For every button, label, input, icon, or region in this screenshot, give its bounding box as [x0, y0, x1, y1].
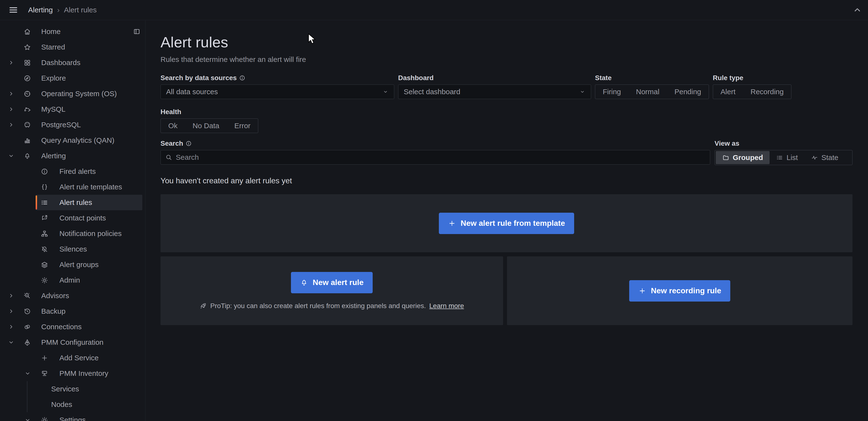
breadcrumb-alerting[interactable]: Alerting	[28, 6, 53, 14]
sidebar-item-alert-rule-templates[interactable]: Alert rule templates	[0, 179, 145, 195]
info-circle-icon[interactable]	[239, 75, 245, 81]
chevron-right-icon[interactable]	[8, 308, 14, 314]
dashboard-select[interactable]: Select dashboard	[398, 84, 591, 99]
sidebar-item-alert-rules[interactable]: Alert rules	[36, 195, 142, 210]
sidebar-item-fired-alerts[interactable]: Fired alerts	[0, 164, 145, 179]
sidebar-item-postgresql[interactable]: PostgreSQL	[0, 117, 145, 133]
list-icon	[776, 154, 783, 161]
plus-icon	[448, 220, 456, 227]
view-as-list[interactable]: List	[770, 151, 804, 164]
view-as-group: Grouped List State	[715, 150, 852, 165]
view-as-label: View as	[715, 139, 852, 148]
chevron-down-icon[interactable]	[8, 339, 14, 345]
protip: ProTip: you can also create alert rules …	[199, 302, 464, 310]
history-icon	[24, 308, 31, 315]
percona-logo-icon	[24, 339, 31, 346]
plus-icon	[639, 287, 646, 295]
view-as-state[interactable]: State	[804, 151, 845, 164]
data-source-select[interactable]: All data sources	[160, 84, 394, 99]
sidebar-item-pmm-configuration[interactable]: PMM Configuration	[0, 335, 145, 350]
postgresql-elephant-icon	[24, 121, 31, 129]
search-input[interactable]	[176, 153, 706, 162]
new-recording-rule-button[interactable]: New recording rule	[629, 280, 731, 302]
sidebar-item-admin[interactable]: Admin	[0, 273, 145, 288]
mysql-dolphin-icon	[24, 106, 31, 113]
health-option-ok[interactable]: Ok	[161, 119, 185, 133]
health-filter-group: Ok No Data Error	[160, 118, 258, 133]
new-alert-rule-from-template-button[interactable]: New alert rule from template	[439, 213, 574, 234]
new-recording-rule-panel: New recording rule	[507, 256, 852, 325]
page-title: Alert rules	[160, 33, 852, 52]
menu-icon[interactable]	[8, 5, 19, 15]
list-icon	[41, 199, 48, 206]
sidebar-item-advisors[interactable]: Advisors	[0, 288, 145, 304]
breadcrumb-alert-rules[interactable]: Alert rules	[64, 6, 97, 14]
gear-icon	[41, 416, 48, 421]
page-subtitle: Rules that determine whether an alert wi…	[160, 55, 852, 64]
sidebar-item-add-service[interactable]: Add Service	[0, 350, 145, 366]
chevron-down-icon[interactable]	[24, 370, 31, 376]
home-icon	[24, 28, 31, 35]
chevron-right-icon[interactable]	[8, 59, 14, 66]
state-option-firing[interactable]: Firing	[595, 85, 628, 99]
sidebar-item-query-analytics[interactable]: Query Analytics (QAN)	[0, 133, 145, 148]
braces-icon	[41, 183, 48, 191]
sitemap-icon	[41, 230, 48, 237]
chevron-down-icon[interactable]	[24, 417, 31, 421]
chevron-right-icon[interactable]	[8, 324, 14, 330]
rule-type-filter-group: Alert Recording	[713, 84, 792, 99]
sidebar-item-mysql[interactable]: MySQL	[0, 102, 145, 117]
comment-share-icon	[41, 215, 48, 222]
sidebar-item-silences[interactable]: Silences	[0, 241, 145, 257]
health-option-error[interactable]: Error	[227, 119, 258, 133]
main-content: Alert rules Rules that determine whether…	[146, 20, 868, 421]
sidebar-item-settings[interactable]: Settings	[0, 412, 145, 421]
sidebar-item-pmm-inventory[interactable]: PMM Inventory	[0, 366, 145, 381]
folder-icon	[722, 154, 729, 161]
sidebar-item-services[interactable]: Services	[0, 381, 145, 397]
sidebar-item-explore[interactable]: Explore	[0, 71, 145, 86]
state-option-pending[interactable]: Pending	[667, 85, 709, 99]
gear-icon	[41, 277, 48, 284]
chevron-right-icon[interactable]	[8, 122, 14, 128]
sidebar-item-notification-policies[interactable]: Notification policies	[0, 226, 145, 241]
chevron-up-icon[interactable]	[852, 5, 862, 15]
chevron-down-icon[interactable]	[8, 153, 14, 159]
compass-icon	[24, 75, 31, 82]
search-icon	[165, 154, 173, 161]
search-label: Search	[160, 139, 710, 148]
sidebar-item-connections[interactable]: Connections	[0, 319, 145, 335]
sidebar: Home Starred Dashboards Explore Operatin…	[0, 20, 146, 421]
sidebar-item-home[interactable]: Home	[0, 24, 145, 39]
new-alert-rule-button[interactable]: New alert rule	[291, 272, 373, 293]
chevron-right-icon[interactable]	[8, 90, 14, 97]
new-alert-rule-panel: New alert rule ProTip: you can also crea…	[160, 256, 503, 325]
sidebar-item-dashboards[interactable]: Dashboards	[0, 55, 145, 71]
rocket-icon	[199, 302, 207, 310]
state-option-normal[interactable]: Normal	[628, 85, 667, 99]
chevron-right-icon[interactable]	[8, 292, 14, 299]
layers-icon	[41, 261, 48, 269]
info-circle-icon[interactable]	[185, 140, 192, 147]
empty-state-message: You haven't created any alert rules yet	[160, 176, 852, 186]
chevron-down-icon	[382, 89, 389, 95]
learn-more-link[interactable]: Learn more	[429, 302, 464, 310]
sidebar-item-alert-groups[interactable]: Alert groups	[0, 257, 145, 273]
rule-type-label: Rule type	[713, 74, 792, 82]
activity-icon	[811, 154, 818, 161]
bar-chart-icon	[24, 137, 31, 144]
sidebar-item-operating-system[interactable]: Operating System (OS)	[0, 86, 145, 102]
sidebar-item-backup[interactable]: Backup	[0, 304, 145, 319]
sidebar-item-starred[interactable]: Starred	[0, 39, 145, 55]
server-icon	[41, 370, 48, 377]
bell-slash-icon	[41, 246, 48, 253]
view-as-grouped[interactable]: Grouped	[716, 151, 770, 164]
sidebar-item-nodes[interactable]: Nodes	[0, 397, 145, 412]
sidebar-item-alerting[interactable]: Alerting	[0, 148, 145, 164]
rule-type-option-recording[interactable]: Recording	[743, 85, 792, 99]
chevron-right-icon[interactable]	[8, 106, 14, 112]
dock-sidebar-icon[interactable]	[133, 28, 141, 35]
sidebar-item-contact-points[interactable]: Contact points	[0, 210, 145, 226]
rule-type-option-alert[interactable]: Alert	[713, 85, 743, 99]
health-option-no-data[interactable]: No Data	[185, 119, 227, 133]
